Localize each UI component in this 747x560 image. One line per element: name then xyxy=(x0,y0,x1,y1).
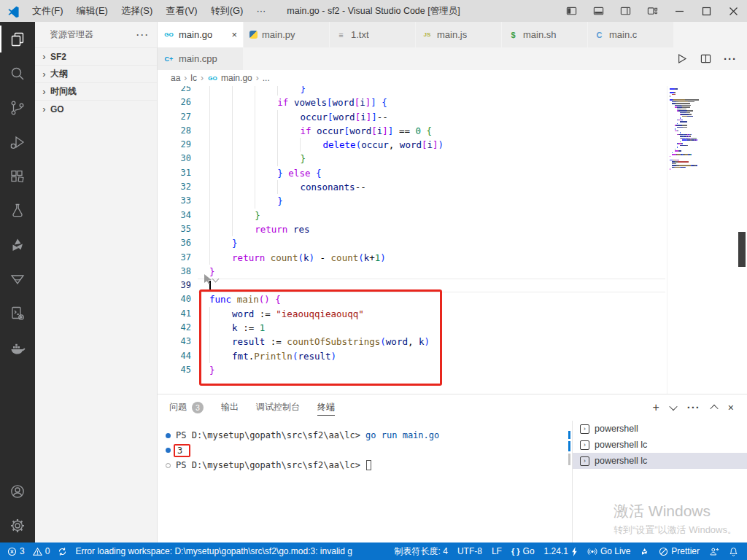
minimap-segment xyxy=(670,168,670,170)
bolt-icon xyxy=(571,547,578,556)
account-icon[interactable] xyxy=(0,474,35,508)
code-token: consonants xyxy=(300,182,355,192)
indent-guide xyxy=(209,209,232,222)
minimap-row xyxy=(670,131,737,132)
close-button[interactable] xyxy=(720,0,747,22)
status-item-3[interactable]: 3 xyxy=(7,546,25,556)
panel-tab-终端[interactable]: 终端 xyxy=(317,394,335,420)
code-line: 30} xyxy=(158,152,665,166)
terminal-list-item[interactable]: ›powershell lc xyxy=(573,437,747,453)
minimap-row xyxy=(670,88,737,90)
menu-item[interactable]: 转到(G) xyxy=(204,3,250,19)
settings-gear-icon[interactable] xyxy=(0,508,35,542)
explorer-icon[interactable] xyxy=(0,22,35,56)
docker-icon[interactable] xyxy=(0,330,35,365)
search-icon[interactable] xyxy=(0,56,35,90)
status-item-UTF-8[interactable]: UTF-8 xyxy=(457,546,482,556)
maximize-button[interactable] xyxy=(693,0,720,22)
code-runner-icon[interactable] xyxy=(0,296,35,330)
status-item[interactable] xyxy=(709,547,719,556)
status-item-LF[interactable]: LF xyxy=(492,546,502,556)
menu-item[interactable]: ··· xyxy=(249,3,272,19)
status-item[interactable] xyxy=(729,547,738,556)
menu-item[interactable]: 编辑(E) xyxy=(70,3,115,19)
sidebar-more-icon[interactable]: ··· xyxy=(136,30,150,40)
minimize-button[interactable] xyxy=(666,0,693,22)
code-token: count xyxy=(271,252,298,263)
panel-more-icon[interactable]: ··· xyxy=(687,401,700,413)
testing-icon[interactable] xyxy=(0,193,35,228)
minimap-row xyxy=(670,110,737,112)
line-number: 36 xyxy=(158,236,198,250)
new-terminal-icon[interactable]: + xyxy=(652,401,659,414)
status-item-Error-loading-worksp[interactable]: Error loading workspace: D:\mysetup\gopa… xyxy=(75,546,352,556)
tab-main.sh[interactable]: $main.sh xyxy=(502,22,588,47)
customize-layout-icon[interactable] xyxy=(639,0,666,22)
status-item-0[interactable]: 0 xyxy=(33,546,50,556)
status-item--4[interactable]: 制表符长度: 4 xyxy=(395,545,448,558)
status-label: Error loading workspace: D:\mysetup\gopa… xyxy=(75,546,352,556)
toggle-sidebar-icon[interactable] xyxy=(558,0,585,22)
panel-tab-调试控制台[interactable]: 调试控制台 xyxy=(256,394,300,420)
sidebar-section-时间线[interactable]: ›时间线 xyxy=(35,82,157,100)
maximize-panel-icon[interactable] xyxy=(710,404,718,412)
code-editor[interactable]: 25}26if vowels[word[i]] {27occur[word[i]… xyxy=(158,86,747,394)
sidebar-section-大纲[interactable]: ›大纲 xyxy=(35,65,157,82)
status-item-Prettier[interactable]: Prettier xyxy=(659,546,700,556)
minimap-row xyxy=(670,165,737,166)
tab-main.go[interactable]: GOmain.go× xyxy=(158,22,244,47)
bottom-panel: 问题3输出调试控制台终端 + ··· × PS D:\mysetup\gopat… xyxy=(158,394,747,542)
breadcrumb-item[interactable]: ... xyxy=(263,73,270,83)
extensions-icon[interactable] xyxy=(0,159,35,193)
toggle-secondary-sidebar-icon[interactable] xyxy=(612,0,639,22)
code-line: 27occur[word[i]]-- xyxy=(158,110,665,124)
editor-more-icon[interactable]: ··· xyxy=(724,52,737,65)
run-debug-icon[interactable] xyxy=(0,125,35,159)
panel-tab-输出[interactable]: 输出 xyxy=(221,394,239,420)
menu-item[interactable]: 选择(S) xyxy=(115,3,159,19)
tab-main.py[interactable]: main.py xyxy=(244,22,330,47)
panel-tab-label: 输出 xyxy=(221,401,239,413)
status-item[interactable] xyxy=(640,547,649,556)
close-tab-icon[interactable]: × xyxy=(231,29,237,40)
code-token: i xyxy=(427,139,433,150)
tab-main.js[interactable]: JSmain.js xyxy=(416,22,502,47)
status-item[interactable] xyxy=(58,547,67,556)
sidebar-section-go[interactable]: ›GO xyxy=(35,100,157,117)
fold-chevron-icon[interactable] xyxy=(212,276,220,283)
terminal-list-item[interactable]: ›powershell xyxy=(573,421,747,437)
split-editor-icon[interactable] xyxy=(700,53,711,64)
sidebar-section-sf2[interactable]: ›SF2 xyxy=(35,47,157,65)
c-file-icon: C xyxy=(594,30,605,40)
status-item-1-24-1[interactable]: 1.24.1 xyxy=(544,546,578,556)
minimap[interactable] xyxy=(667,86,737,394)
code-token: ) xyxy=(438,139,444,150)
extension-triangle-icon[interactable] xyxy=(0,262,35,296)
source-control-icon[interactable] xyxy=(0,90,35,125)
close-panel-icon[interactable]: × xyxy=(728,402,734,413)
breadcrumb[interactable]: aa›lc›GOmain.go›... xyxy=(158,70,747,86)
terminal-list-item[interactable]: ›powershell lc xyxy=(573,453,747,469)
tab-main.c[interactable]: Cmain.c xyxy=(588,22,674,47)
terminal[interactable]: PS D:\mysetup\gopath\src\sf2\aa\lc> go r… xyxy=(158,422,571,542)
run-file-icon[interactable] xyxy=(676,52,688,65)
breadcrumb-item[interactable]: lc xyxy=(190,73,197,83)
status-item-Go-Live[interactable]: Go Live xyxy=(587,546,630,556)
minimap-segment xyxy=(677,123,678,125)
minimap-segment xyxy=(687,110,693,112)
tab-1.txt[interactable]: ≡1.txt xyxy=(330,22,416,47)
panel-tab-问题[interactable]: 问题3 xyxy=(169,394,204,420)
breadcrumb-item[interactable]: GOmain.go xyxy=(207,73,252,83)
breadcrumb-item[interactable]: aa xyxy=(171,73,180,83)
tab-main.cpp[interactable]: C+main.cpp xyxy=(158,47,244,70)
extension-swirl-icon[interactable] xyxy=(0,228,35,262)
status-item-Go[interactable]: { }Go xyxy=(511,546,535,556)
editor-scrollbar-thumb[interactable] xyxy=(738,232,746,267)
editor-scrollbar[interactable] xyxy=(737,86,747,394)
error-icon xyxy=(7,547,17,556)
terminal-dropdown-icon[interactable] xyxy=(669,402,677,410)
menu-item[interactable]: 查看(V) xyxy=(159,3,204,19)
minimap-row xyxy=(670,149,737,150)
toggle-panel-icon[interactable] xyxy=(585,0,612,22)
menu-item[interactable]: 文件(F) xyxy=(26,3,70,19)
